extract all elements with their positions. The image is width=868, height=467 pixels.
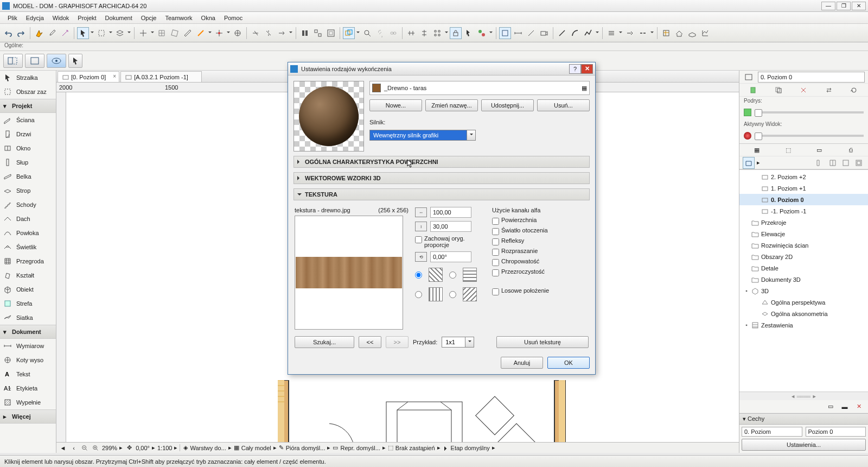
nav-first-icon[interactable]: ◄ xyxy=(59,444,67,452)
cancel-button[interactable]: Anuluj xyxy=(501,357,543,369)
profile-icon[interactable] xyxy=(699,27,711,39)
nav-tool1-icon[interactable]: ▦ xyxy=(751,144,763,156)
minimize-button[interactable]: — xyxy=(821,2,835,10)
toolbox-more[interactable]: ▸Więcej xyxy=(0,409,56,424)
tool-beam[interactable]: Belka xyxy=(0,169,56,184)
nav-view-pub-icon[interactable] xyxy=(840,157,852,169)
prop-story-r[interactable]: Poziom 0 xyxy=(806,427,866,437)
section-vector3d[interactable]: WEKTOROWE WZORKI 3D xyxy=(293,172,590,184)
tree-item[interactable]: 2. Poziom +2 xyxy=(739,171,868,182)
section-texture[interactable]: TEKSTURA xyxy=(293,188,590,200)
story-combo[interactable]: 0. Poziom 0 xyxy=(758,72,865,83)
pattern-4-radio[interactable] xyxy=(449,291,456,298)
marquee-dropdown[interactable] xyxy=(108,31,113,35)
tree-scrollbar[interactable]: ◄ ════ ► xyxy=(739,392,868,400)
alpha-checkbox-4[interactable] xyxy=(492,259,499,266)
tree-item[interactable]: Rozwinięcia ścian xyxy=(739,239,868,251)
pattern-2-radio[interactable] xyxy=(449,272,456,279)
settings-button[interactable]: Ustawienia... xyxy=(742,439,866,451)
ungroup-icon[interactable] xyxy=(312,27,324,39)
tool-stair[interactable]: Schody xyxy=(0,198,56,212)
search-button[interactable]: Szukaj... xyxy=(295,336,354,348)
alpha-checkbox-0[interactable] xyxy=(492,218,499,225)
adjust-dropdown[interactable] xyxy=(289,31,293,35)
grid-toggle-icon[interactable] xyxy=(156,27,168,39)
tab-poziom-minus1[interactable]: [A.03.2.1 Poziom -1] xyxy=(120,71,202,82)
alpha-checkbox-2[interactable] xyxy=(492,238,499,245)
layers-combo[interactable]: Warstwy do... xyxy=(190,445,226,451)
rename-button[interactable]: Zmień nazwę... xyxy=(425,99,478,111)
keep-proportions-checkbox[interactable] xyxy=(415,236,422,243)
tool-slab[interactable]: Strop xyxy=(0,184,56,198)
pens-combo[interactable]: Pióra domyśl... xyxy=(286,445,326,451)
tree-item[interactable]: ▪Zestawienia xyxy=(739,319,868,331)
tool-fill[interactable]: Wypełnie xyxy=(0,395,56,409)
tree-item[interactable]: 0. Poziom 0 xyxy=(739,194,868,205)
grid-snap-dropdown[interactable] xyxy=(150,31,155,35)
tree-item[interactable]: ▪3D xyxy=(739,285,868,296)
menu-teamwork[interactable]: Teamwork xyxy=(161,15,196,21)
offset-dropdown[interactable] xyxy=(618,31,623,35)
break-dropdown[interactable] xyxy=(650,31,654,35)
nav-tool3-icon[interactable]: ▭ xyxy=(813,144,825,156)
tool-curtainwall[interactable]: Przegroda xyxy=(0,254,56,268)
cursor-mode-dropdown[interactable] xyxy=(90,31,94,35)
tool-morph[interactable]: Kształt xyxy=(0,268,56,282)
engine-combo[interactable]: Wewnętrzny silnik grafiki xyxy=(369,130,476,141)
nav-swap-icon[interactable] xyxy=(823,84,835,96)
section-general[interactable]: OGÓLNA CHARAKTERYSTYKA POWIERZCHNI xyxy=(293,156,590,168)
tool-door[interactable]: Drzwi xyxy=(0,127,56,141)
trim-icon[interactable] xyxy=(250,27,261,39)
snap-point-dropdown[interactable] xyxy=(226,31,231,35)
tree-expand-icon[interactable]: ▭ xyxy=(825,401,837,413)
override-combo[interactable]: Brak zastąpień xyxy=(395,445,435,451)
underlay-color-icon[interactable] xyxy=(744,109,751,116)
ok-button[interactable]: OK xyxy=(547,357,590,369)
material-picker-icon[interactable]: ▦ xyxy=(582,85,587,92)
nav-view-layout-icon[interactable] xyxy=(853,157,865,169)
menu-file[interactable]: Plik xyxy=(3,15,22,21)
view2d-icon[interactable] xyxy=(499,27,511,39)
tree-item[interactable]: Elewacje xyxy=(739,228,868,239)
stage-combo[interactable]: Etap domyślny xyxy=(451,445,490,451)
tool-marquee[interactable]: Obszar zaz xyxy=(0,85,56,99)
mode-arrow-icon[interactable] xyxy=(68,54,82,68)
delete-button[interactable]: Usuń... xyxy=(537,99,590,111)
nav-view-project-icon[interactable] xyxy=(743,157,755,169)
remove-texture-button[interactable]: Usuń teksturę xyxy=(496,336,589,348)
adjust-icon[interactable] xyxy=(276,27,288,39)
close-button[interactable]: ✕ xyxy=(852,2,866,10)
scale-value[interactable]: 1:100 xyxy=(157,445,173,451)
lock-icon[interactable] xyxy=(450,27,462,39)
menu-document[interactable]: Dokument xyxy=(101,15,137,21)
tool-wall[interactable]: Ściana xyxy=(0,113,56,127)
menu-project[interactable]: Projekt xyxy=(73,15,100,21)
alpha-checkbox-5[interactable] xyxy=(492,269,499,276)
tool-skylight[interactable]: Świetlik xyxy=(0,240,56,254)
renovation-icon[interactable] xyxy=(476,27,488,39)
nav-tool4-icon[interactable]: ⎙ xyxy=(845,144,857,156)
pan-icon[interactable]: ✥ xyxy=(125,444,133,452)
nav-refresh-icon[interactable] xyxy=(848,84,860,96)
grid-snap-icon[interactable] xyxy=(137,27,149,39)
measure-icon[interactable] xyxy=(182,27,194,39)
tool-window[interactable]: Okno xyxy=(0,141,56,155)
layers-dropdown[interactable] xyxy=(127,31,131,35)
tab-poziom-0[interactable]: [0. Poziom 0]× xyxy=(58,71,119,82)
toolbox-header-project[interactable]: ▾Projekt xyxy=(0,99,56,113)
zoom-value[interactable]: 299% xyxy=(102,445,117,451)
align-v-icon[interactable] xyxy=(418,27,430,39)
offset-icon[interactable] xyxy=(605,27,617,39)
activeview-color-icon[interactable] xyxy=(744,132,751,140)
tool-roof[interactable]: Dach xyxy=(0,212,56,226)
alpha-checkbox-1[interactable] xyxy=(492,228,499,235)
snap-point-icon[interactable] xyxy=(213,27,225,39)
zoom-in-icon[interactable] xyxy=(91,444,100,452)
nav-new-icon[interactable] xyxy=(748,84,760,96)
break-icon[interactable] xyxy=(637,27,649,39)
tree-collapse-icon[interactable]: ▬ xyxy=(839,401,851,413)
align-h-icon[interactable] xyxy=(405,27,417,39)
cursor3d-icon[interactable] xyxy=(463,27,475,39)
prop-story-l[interactable]: 0. Poziom xyxy=(742,427,802,437)
grid-rotated-icon[interactable] xyxy=(169,27,181,39)
